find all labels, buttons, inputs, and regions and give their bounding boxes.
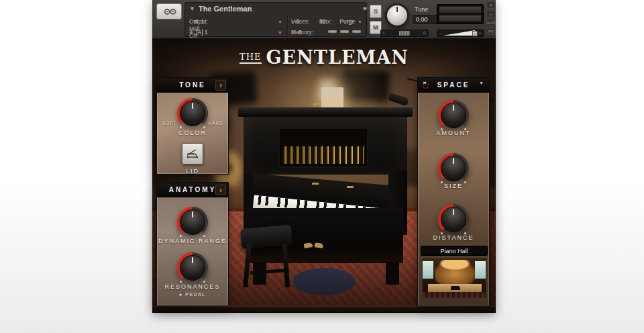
knob-pointer [453, 209, 454, 215]
knob-min-dot [180, 126, 182, 128]
lamp [321, 87, 343, 109]
kontakt-instrument-window: ⚙⚙ ▼ The Gentleman ◄► ▪ Output: st. 1 ▼ … [152, 0, 496, 313]
knob-max-dot [203, 235, 205, 237]
level-meters [437, 4, 484, 24]
knob-pointer [453, 105, 454, 111]
max-voices-readout[interactable]: Max: 32 [319, 16, 325, 27]
purge-menu[interactable]: Purge ▼ [339, 16, 362, 27]
instrument-logo: THEGENTLEMAN [152, 47, 496, 68]
output-dropdown-arrow[interactable]: ▼ [278, 16, 282, 27]
space-panel: SPACE AMOUNT SIZE DISTANCE Piano Hall ◄ … [417, 77, 490, 306]
instrument-name[interactable]: The Gentleman [199, 5, 252, 13]
instrument-title-row: ▼ The Gentleman [185, 3, 366, 15]
volume-slider-thumb[interactable] [472, 31, 478, 37]
color-knob-label: COLOR [157, 130, 228, 136]
anatomy-expand-button[interactable]: › [215, 185, 226, 195]
purge-status-leds [328, 30, 361, 33]
midi-dropdown-arrow[interactable]: ▼ [278, 27, 282, 38]
resonances-label: RESONANCES [157, 283, 228, 290]
volume-wedge [443, 30, 475, 36]
logo-name: GENTLEMAN [266, 47, 409, 68]
volume-minus-label: – [439, 30, 442, 36]
hall-window-right [475, 261, 486, 279]
hall-organ [435, 260, 475, 284]
gear-icon[interactable]: ⚙⚙ [156, 3, 182, 19]
space-title: SPACE [437, 81, 470, 89]
volume-slider[interactable]: – + [437, 30, 484, 37]
divider [338, 16, 339, 38]
knob-min-dot [180, 235, 182, 237]
max-label: Max: [319, 18, 331, 25]
pan-slider[interactable]: L R [380, 30, 429, 37]
color-min-label: SOFT [162, 121, 176, 126]
minimize-icon[interactable]: ─ [486, 10, 496, 17]
amount-label: AMOUNT [418, 130, 489, 136]
piano-hinge [312, 183, 319, 185]
voices-label: Voices: [291, 18, 309, 25]
pedal-led [179, 293, 182, 296]
piano-lid-icon [185, 148, 200, 159]
resonances-knob[interactable] [177, 252, 208, 283]
midi-label: Midi Ch: [189, 26, 208, 39]
logo-the: THE [239, 52, 262, 64]
desktop-background: ⚙⚙ ▼ The Gentleman ◄► ▪ Output: st. 1 ▼ … [0, 0, 644, 333]
collapse-arrow-icon[interactable]: ▼ [189, 5, 195, 12]
amount-knob[interactable] [438, 100, 469, 131]
close-icon[interactable]: ✕ [486, 1, 496, 9]
lid-label: LID [157, 168, 228, 175]
pedal-label: PEDAL [185, 292, 205, 297]
kontakt-header: ⚙⚙ ▼ The Gentleman ◄► ▪ Output: st. 1 ▼ … [152, 0, 496, 39]
dynamic-range-label: DYNAMIC RANGE [157, 238, 228, 244]
concert-hall-image [422, 258, 486, 298]
preset-next-icon[interactable]: ► [423, 81, 428, 85]
tone-expand-button[interactable]: › [215, 80, 226, 91]
bottom-border [152, 307, 496, 313]
memory-readout: ▤ Memory: 0 [291, 27, 301, 38]
knob-pointer [192, 103, 193, 109]
pan-slider-thumb[interactable] [399, 31, 410, 36]
size-knob[interactable] [438, 153, 469, 184]
tone-title: TONE [179, 81, 206, 89]
knob-min-dot [180, 281, 182, 283]
meter-right [439, 15, 482, 22]
pedal-toggle[interactable]: PEDAL [157, 292, 228, 297]
header-side-buttons: ✕ ─ aux pv [486, 1, 496, 38]
tone-panel-header: TONE › [157, 78, 228, 93]
pv-button[interactable]: pv [486, 28, 496, 35]
purge-label: Purge [339, 18, 355, 25]
divider [287, 16, 288, 38]
lid-button[interactable] [182, 143, 203, 164]
tune-knob-pointer [396, 7, 398, 12]
pan-right-label: R [423, 31, 426, 35]
voices-readout: ♯ Voices: 0 [291, 16, 299, 27]
meter-left [439, 6, 482, 13]
hall-grand-piano [451, 286, 460, 290]
space-preset-selector[interactable]: Piano Hall [421, 246, 488, 256]
solo-button[interactable]: S [370, 5, 382, 18]
color-max-label: HARD [209, 121, 223, 126]
knob-max-dot [203, 126, 205, 128]
dynamic-range-knob[interactable] [177, 207, 208, 238]
instrument-info-panel: ▼ The Gentleman ◄► ▪ Output: st. 1 ▼ ♯ V… [184, 2, 367, 37]
anatomy-panel-header: ANATOMY › [157, 183, 228, 197]
anatomy-title: ANATOMY [169, 186, 217, 193]
space-preset-value: Piano Hall [440, 248, 468, 254]
preset-dropdown-icon[interactable]: ▼ [479, 81, 485, 85]
tune-knob[interactable] [385, 3, 409, 28]
output-label: Output: [189, 18, 208, 25]
size-label: SIZE [418, 183, 489, 189]
shoes [315, 242, 324, 248]
hall-window-left [423, 261, 433, 279]
piano-hinge [347, 186, 354, 188]
piano-fretwork [278, 128, 368, 146]
midi-channel-select[interactable]: ◉ Midi Ch: [A] 1 [189, 27, 208, 38]
anatomy-panel: ANATOMY › DYNAMIC RANGE RESONANCES PEDAL [156, 182, 229, 306]
knob-max-dot [203, 281, 205, 283]
distance-label: DISTANCE [418, 234, 489, 241]
color-knob[interactable] [177, 98, 208, 129]
upright-piano [238, 107, 413, 117]
distance-knob[interactable] [438, 204, 469, 235]
tone-panel: TONE › SOFT HARD COLOR LID [156, 77, 229, 175]
pan-left-label: L [383, 31, 385, 35]
aux-button[interactable]: aux [486, 19, 496, 26]
